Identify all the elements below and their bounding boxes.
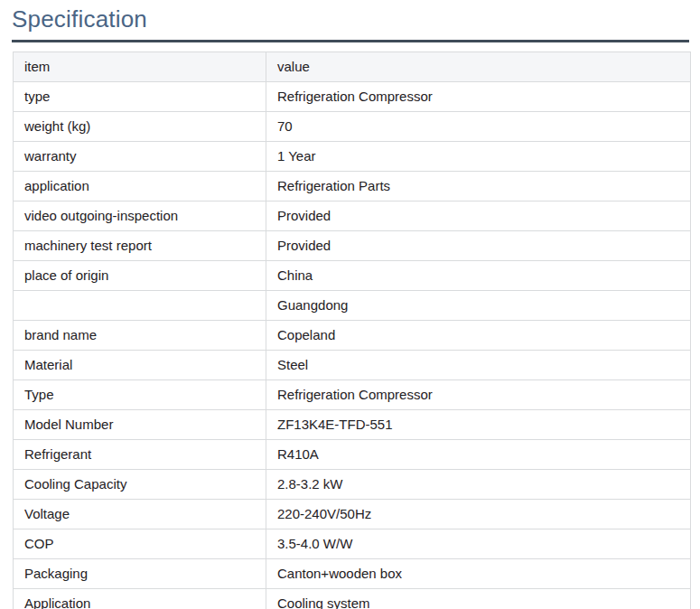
value-cell: Steel <box>266 351 691 380</box>
value-cell: China <box>266 261 691 291</box>
item-cell <box>14 291 266 321</box>
item-cell: COP <box>14 529 266 559</box>
header-cell-value: value <box>266 52 691 82</box>
value-cell: Refrigeration Compressor <box>266 380 691 410</box>
table-row: brand nameCopeland <box>14 321 691 351</box>
page-title: Specification <box>12 5 689 33</box>
item-cell: video outgoing-inspection <box>14 201 266 231</box>
item-cell: place of origin <box>14 261 266 291</box>
table-row: video outgoing-inspectionProvided <box>14 201 691 231</box>
value-cell: Guangdong <box>266 291 691 321</box>
value-cell: 1 Year <box>266 142 691 172</box>
value-cell: Copeland <box>266 321 691 351</box>
table-row: applicationRefrigeration Parts <box>14 172 691 201</box>
specification-section: Specification item value typeRefrigerati… <box>0 0 700 609</box>
value-cell: 220-240V/50Hz <box>266 500 691 529</box>
table-row: Guangdong <box>14 291 691 321</box>
item-cell: Refrigerant <box>14 440 266 470</box>
table-row: machinery test reportProvided <box>14 231 691 261</box>
table-row: Voltage220-240V/50Hz <box>14 500 691 529</box>
value-cell: Cooling system <box>266 589 691 609</box>
table-row: Model NumberZF13K4E-TFD-551 <box>14 410 691 440</box>
table-row: RefrigerantR410A <box>14 440 691 470</box>
item-cell: Type <box>14 380 266 410</box>
item-cell: Packaging <box>14 559 266 589</box>
spec-table: item value typeRefrigeration Compressorw… <box>13 52 691 609</box>
table-row: weight (kg)70 <box>14 112 691 142</box>
item-cell: warranty <box>14 142 266 172</box>
value-cell: Refrigeration Compressor <box>266 82 691 112</box>
table-row: MaterialSteel <box>14 351 691 380</box>
value-cell: 3.5-4.0 W/W <box>266 529 691 559</box>
item-cell: weight (kg) <box>14 112 266 142</box>
value-cell: 70 <box>266 112 691 142</box>
item-cell: type <box>14 82 266 112</box>
value-cell: R410A <box>266 440 691 470</box>
item-cell: Cooling Capacity <box>14 470 266 500</box>
table-row: warranty1 Year <box>14 142 691 172</box>
table-row: Cooling Capacity2.8-3.2 kW <box>14 470 691 500</box>
table-header-row: item value <box>14 52 691 82</box>
item-cell: Model Number <box>14 410 266 440</box>
item-cell: Voltage <box>14 500 266 529</box>
value-cell: Canton+wooden box <box>266 559 691 589</box>
item-cell: application <box>14 172 266 201</box>
item-cell: Application <box>14 589 266 609</box>
table-row: place of originChina <box>14 261 691 291</box>
table-row: TypeRefrigeration Compressor <box>14 380 691 410</box>
value-cell: Refrigeration Parts <box>266 172 691 201</box>
table-row: COP3.5-4.0 W/W <box>14 529 691 559</box>
header-cell-item: item <box>14 52 266 82</box>
title-divider <box>12 40 689 42</box>
table-row: PackagingCanton+wooden box <box>14 559 691 589</box>
table-row: ApplicationCooling system <box>14 589 691 609</box>
value-cell: 2.8-3.2 kW <box>266 470 691 500</box>
value-cell: Provided <box>266 231 691 261</box>
item-cell: Material <box>14 351 266 380</box>
item-cell: brand name <box>14 321 266 351</box>
table-row: typeRefrigeration Compressor <box>14 82 691 112</box>
value-cell: Provided <box>266 201 691 231</box>
item-cell: machinery test report <box>14 231 266 261</box>
table-body: typeRefrigeration Compressorweight (kg)7… <box>14 82 691 609</box>
value-cell: ZF13K4E-TFD-551 <box>266 410 691 440</box>
